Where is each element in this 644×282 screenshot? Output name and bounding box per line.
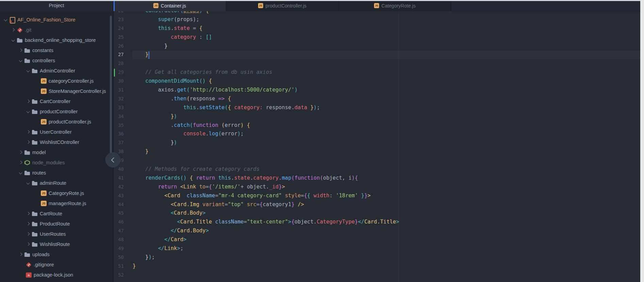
line-number[interactable]: 42 [114, 183, 124, 192]
line-number[interactable]: 50 [114, 253, 124, 262]
chevron-down-icon[interactable] [26, 110, 30, 114]
code-line-24[interactable]: this.state = { [133, 24, 399, 33]
line-number[interactable]: 49 [114, 244, 124, 253]
code-line-49[interactable]: </Link>; [133, 244, 399, 253]
line-number[interactable]: 52 [114, 271, 124, 280]
line-number[interactable]: 34 [114, 112, 124, 121]
code-editor[interactable]: 2223242526272829303132333435363738394041… [114, 0, 644, 282]
collapse-sidebar-button[interactable] [105, 152, 120, 167]
chevron-right-icon[interactable] [11, 28, 15, 32]
line-number[interactable]: 32 [114, 95, 124, 103]
line-number[interactable]: 33 [114, 103, 124, 112]
tree-item-.git[interactable]: .git [0, 25, 113, 35]
chevron-right-icon[interactable] [26, 99, 30, 103]
tree-item-adminRoute[interactable]: adminRoute [0, 178, 113, 188]
chevron-right-icon[interactable] [26, 140, 30, 144]
tree-item-constants[interactable]: constants [0, 45, 113, 55]
tree-item-StoreManagerController.js[interactable]: JSStoreManagerController.js [0, 86, 113, 96]
code-line-52[interactable] [133, 271, 399, 280]
code-line-23[interactable]: super(props); [133, 15, 399, 24]
project-scrollbar[interactable] [110, 16, 112, 155]
tab-container-js[interactable]: JSContainer.js [114, 0, 226, 11]
tree-item-.gitignore[interactable]: .gitignore [0, 260, 113, 270]
line-number[interactable]: 35 [114, 121, 124, 130]
chevron-right-icon[interactable] [26, 222, 30, 226]
chevron-down-icon[interactable] [18, 171, 22, 175]
tree-item-productController[interactable]: productController [0, 106, 113, 117]
code-line-25[interactable]: category : [] [133, 33, 399, 42]
tree-item-productController.js[interactable]: JSproductController.js [0, 117, 113, 127]
code-line-43[interactable]: <Card className="mr-4 category-card" sty… [133, 192, 399, 200]
tree-item-WishlistRoute[interactable]: WishlistRoute [0, 239, 113, 249]
code-line-35[interactable]: .catch(function (error) { [133, 121, 399, 130]
tree-item-backend_online_shopping_store[interactable]: backend_online_shopping_store [0, 35, 113, 45]
editor-gutter[interactable]: 2223242526272829303132333435363738394041… [114, 6, 124, 280]
line-number[interactable]: 48 [114, 235, 124, 244]
line-number[interactable]: 47 [114, 227, 124, 235]
code-line-41[interactable]: renderCards() { return this.state.catego… [133, 174, 399, 183]
line-number[interactable]: 24 [114, 24, 124, 33]
tree-item-ProductRoute[interactable]: ProductRoute [0, 219, 113, 229]
tree-item-categoryController.js[interactable]: JScategoryController.js [0, 76, 113, 86]
code-line-44[interactable]: <Card.Img variant="top" src={category1} … [133, 200, 399, 209]
line-number[interactable]: 37 [114, 138, 124, 147]
chevron-down-icon[interactable] [11, 38, 15, 42]
code-line-34[interactable]: }) [133, 112, 399, 121]
tree-item-controllers[interactable]: controllers [0, 55, 113, 66]
code-line-50[interactable]: }); [133, 253, 399, 262]
code-line-33[interactable]: this.setState({ category: response.data … [133, 103, 399, 112]
tree-item-WishlistCOntroller[interactable]: WishlistCOntroller [0, 137, 113, 147]
code-line-45[interactable]: <Card.Body> [133, 209, 399, 218]
code-line-48[interactable]: </Card> [133, 235, 399, 244]
code-line-40[interactable]: // Methods for create category cards [133, 165, 399, 174]
panel-splitter[interactable] [113, 0, 114, 282]
line-number[interactable]: 27 [114, 50, 124, 59]
tree-item-node_modules[interactable]: node_modules [0, 157, 113, 168]
chevron-right-icon[interactable] [18, 150, 22, 154]
line-number[interactable]: 51 [114, 262, 124, 271]
code-line-37[interactable]: }) [133, 138, 399, 147]
code-line-42[interactable]: return <Link to={'/items/'+ object._id}> [133, 183, 399, 192]
line-number[interactable]: 28 [114, 59, 124, 68]
chevron-down-icon[interactable] [18, 59, 22, 63]
code-line-29[interactable]: // Get all categories from db usin axios [133, 68, 399, 77]
line-number[interactable]: 30 [114, 77, 124, 86]
tree-item-model[interactable]: model [0, 147, 113, 157]
line-number[interactable]: 43 [114, 192, 124, 200]
line-number[interactable]: 46 [114, 218, 124, 227]
line-number[interactable]: 41 [114, 174, 124, 183]
tree-item-uploads[interactable]: uploads [0, 249, 113, 260]
tree-item-UserController[interactable]: UserController [0, 127, 113, 137]
chevron-down-icon[interactable] [3, 18, 7, 22]
chevron-right-icon[interactable] [26, 242, 30, 246]
code-line-38[interactable]: } [133, 147, 399, 156]
chevron-right-icon[interactable] [26, 232, 30, 236]
chevron-down-icon[interactable] [26, 69, 30, 73]
tree-item-managerRoute.js[interactable]: JSmanagerRoute.js [0, 198, 113, 209]
line-number[interactable]: 23 [114, 15, 124, 24]
tree-item-CartRoute[interactable]: CartRoute [0, 209, 113, 219]
tree-item-CategoryRote.js[interactable]: JSCategoryRote.js [0, 188, 113, 198]
code-line-51[interactable]: } [133, 262, 399, 271]
line-number[interactable]: 36 [114, 130, 124, 138]
tree-item-AdminController[interactable]: AdminController [0, 66, 113, 76]
code-line-32[interactable]: .then(response => { [133, 95, 399, 103]
code-line-31[interactable]: axios.get('http://localhost:5000/categor… [133, 86, 399, 95]
tab-productcontroller-js[interactable]: JSproductController.js [226, 0, 339, 11]
chevron-down-icon[interactable] [26, 181, 30, 185]
line-number[interactable]: 26 [114, 42, 124, 51]
code-line-39[interactable] [133, 156, 399, 165]
code-line-27[interactable]: } [133, 50, 399, 59]
code-line-46[interactable]: <Card.Title className="text-center">{obj… [133, 218, 399, 227]
chevron-right-icon[interactable] [18, 161, 22, 165]
tree-item-routes[interactable]: routes [0, 168, 113, 178]
line-number[interactable]: 29 [114, 68, 124, 77]
tree-item-UserRoutes[interactable]: UserRoutes [0, 229, 113, 239]
tree-item-CartController[interactable]: CartController [0, 96, 113, 106]
code-line-47[interactable]: </Card.Body> [133, 227, 399, 235]
chevron-right-icon[interactable] [18, 48, 22, 52]
line-number[interactable]: 44 [114, 200, 124, 209]
code-line-28[interactable] [133, 59, 399, 68]
tree-item-AF_Online_Fashion_Store[interactable]: AF_Online_Fashion_Store [0, 15, 113, 25]
tree-item-package-lock.json[interactable]: npackage-lock.json [0, 270, 113, 280]
